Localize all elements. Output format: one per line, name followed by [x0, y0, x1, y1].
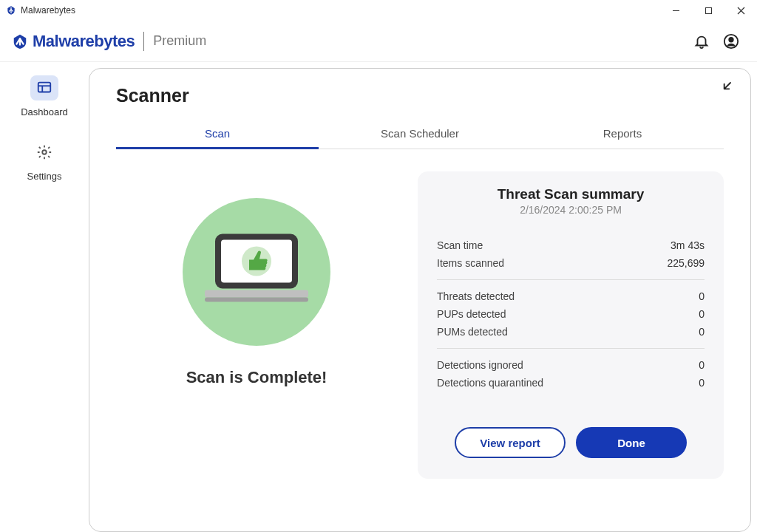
svg-rect-1	[705, 7, 711, 13]
brand-group: Malwarebytes Premium	[12, 32, 206, 51]
app-header: Malwarebytes Premium	[0, 21, 757, 62]
tab-label: Reports	[603, 127, 642, 140]
summary-actions: View report Done	[437, 399, 705, 463]
sidebar-item-dashboard[interactable]: Dashboard	[21, 75, 68, 117]
notifications-icon[interactable]	[693, 33, 710, 50]
edition-label: Premium	[153, 33, 206, 49]
tabs: Scan Scan Scheduler Reports	[116, 120, 724, 149]
svg-point-6	[729, 37, 733, 41]
view-report-button[interactable]: View report	[455, 427, 566, 458]
svg-rect-14	[205, 297, 308, 301]
sidebar-item-label: Dashboard	[21, 106, 68, 117]
tab-label: Scan	[205, 127, 230, 140]
button-label: View report	[480, 437, 540, 449]
scan-complete-illustration	[183, 198, 330, 346]
summary-label: PUPs detected	[437, 308, 506, 320]
window-title: Malwarebytes	[21, 5, 75, 16]
summary-label: Items scanned	[437, 257, 504, 269]
window-titlebar: Malwarebytes	[0, 0, 757, 21]
summary-title: Threat Scan summary	[437, 186, 705, 202]
app-icon	[6, 5, 16, 16]
brand-logo: Malwarebytes	[12, 32, 135, 51]
summary-row: Threats detected0	[437, 287, 705, 305]
summary-label: PUMs detected	[437, 326, 508, 338]
svg-point-10	[42, 150, 47, 154]
summary-section: Detections ignored0 Detections quarantin…	[437, 348, 705, 399]
summary-label: Detections quarantined	[437, 377, 543, 389]
summary-row: PUMs detected0	[437, 323, 705, 341]
summary-label: Threats detected	[437, 290, 515, 302]
button-label: Done	[617, 437, 645, 449]
threat-scan-summary-card: Threat Scan summary 2/16/2024 2:00:25 PM…	[418, 171, 724, 479]
done-button[interactable]: Done	[576, 427, 687, 458]
summary-label: Detections ignored	[437, 359, 523, 371]
scan-result-illustration-column: Scan is Complete!	[116, 171, 397, 479]
summary-value: 0	[699, 290, 705, 302]
tab-scan-scheduler[interactable]: Scan Scheduler	[319, 120, 521, 149]
svg-rect-7	[38, 83, 51, 92]
summary-value: 0	[699, 359, 705, 371]
page-title: Scanner	[116, 85, 724, 106]
collapse-arrow-icon[interactable]	[719, 79, 734, 97]
close-button[interactable]	[724, 0, 757, 21]
summary-label: Scan time	[437, 239, 483, 251]
svg-rect-13	[205, 290, 308, 297]
main-card: Scanner Scan Scan Scheduler Reports	[89, 68, 751, 532]
tab-scan[interactable]: Scan	[116, 120, 319, 149]
summary-row: PUPs detected0	[437, 305, 705, 323]
brand-name-text: alwarebytes	[46, 32, 135, 51]
dashboard-icon	[30, 75, 58, 100]
gear-icon	[30, 140, 58, 165]
scan-complete-text: Scan is Complete!	[186, 368, 327, 387]
summary-row: Scan time3m 43s	[437, 236, 705, 254]
summary-row: Detections quarantined0	[437, 374, 705, 392]
tab-reports[interactable]: Reports	[521, 120, 724, 149]
summary-value: 0	[699, 308, 705, 320]
summary-section: Scan time3m 43s Items scanned225,699	[437, 229, 705, 279]
account-icon[interactable]	[723, 33, 739, 50]
tab-label: Scan Scheduler	[381, 127, 459, 140]
minimize-button[interactable]	[659, 0, 692, 21]
maximize-button[interactable]	[692, 0, 724, 21]
summary-row: Detections ignored0	[437, 356, 705, 374]
sidebar-item-settings[interactable]: Settings	[27, 140, 62, 182]
summary-row: Items scanned225,699	[437, 254, 705, 272]
brand-divider	[143, 32, 144, 51]
sidebar-item-label: Settings	[27, 171, 62, 182]
summary-section: Threats detected0 PUPs detected0 PUMs de…	[437, 279, 705, 348]
summary-value: 225,699	[667, 257, 705, 269]
summary-timestamp: 2/16/2024 2:00:25 PM	[437, 204, 705, 216]
summary-value: 0	[699, 326, 705, 338]
summary-value: 0	[699, 377, 705, 389]
window-controls	[659, 0, 757, 21]
sidebar: Dashboard Settings	[0, 62, 89, 532]
summary-value: 3m 43s	[671, 239, 705, 251]
